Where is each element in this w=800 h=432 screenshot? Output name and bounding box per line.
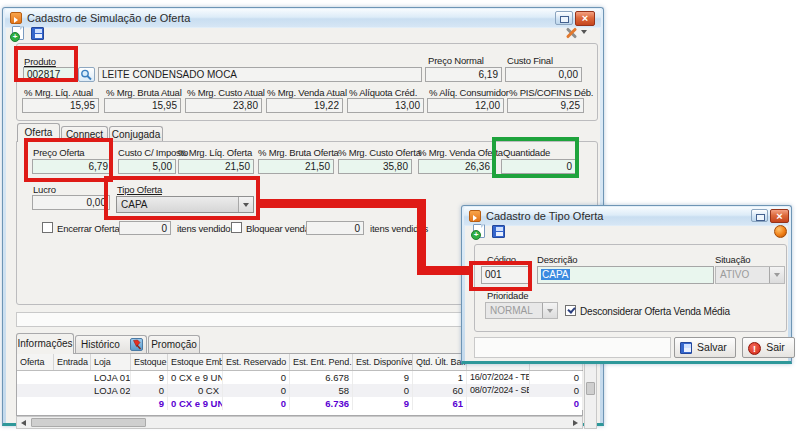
custo-imposto-field[interactable]: 5,00 <box>118 159 176 174</box>
bloquear-checkbox[interactable] <box>231 222 242 233</box>
total-estoque-emb: 0 CX e 9 UN <box>168 397 223 410</box>
total-est-reservado: 0 <box>223 397 290 410</box>
cell-qtd-ult-bal: 1 <box>413 371 467 384</box>
tab-historico[interactable]: Histórico <box>75 335 147 354</box>
situacao-label: Situação <box>715 254 750 265</box>
metric-field: 13,00 <box>347 98 424 113</box>
salvar-button[interactable]: Salvar <box>674 337 736 358</box>
tools-icon[interactable] <box>563 26 580 41</box>
metric-field: 15,95 <box>104 98 181 113</box>
table-header-est-ent-pend[interactable]: Est. Ent. Pend. <box>290 354 353 370</box>
tab-oferta[interactable]: Oferta <box>17 123 60 142</box>
metric-label: % Alíquota Créd. <box>349 87 417 98</box>
minimize-button[interactable] <box>555 11 573 25</box>
horizontal-scroll-thumb[interactable] <box>31 418 146 427</box>
produto-name-field[interactable]: LEITE CONDENSADO MOCA <box>98 67 422 82</box>
sair-button[interactable]: ! Sair <box>742 337 795 358</box>
vertical-scroll-thumb[interactable] <box>586 382 595 395</box>
mrg-bruta-oferta-field[interactable]: 21,50 <box>258 159 334 174</box>
horizontal-scrollbar[interactable] <box>16 416 583 429</box>
table-header-entrada[interactable]: Entrada <box>54 354 91 370</box>
mrg-venda-oferta-field[interactable]: 26,36 <box>418 159 494 174</box>
produto-label[interactable]: Produto <box>24 56 56 67</box>
desconsiderar-checkbox[interactable] <box>565 305 576 316</box>
produto-code-field[interactable]: 002817 <box>23 67 75 82</box>
tipo-titlebar[interactable]: Cadastro de Tipo Oferta <box>464 207 789 225</box>
descricao-field[interactable]: CAPA <box>537 266 714 284</box>
metric-label: % Mrg. Custo Atual <box>187 87 265 98</box>
total-est-disponivel: 9 <box>353 397 413 410</box>
cell-loja: LOJA 01 <box>91 371 131 384</box>
help-ball-icon[interactable] <box>774 225 787 238</box>
combo-arrow-button <box>542 303 557 318</box>
situacao-value: ATIVO <box>720 269 749 280</box>
close-button[interactable]: × <box>770 209 789 223</box>
tab-promocao[interactable]: Promoção <box>148 335 200 354</box>
situacao-combobox[interactable]: ATIVO <box>715 266 785 284</box>
preco-oferta-field[interactable]: 6,79 <box>32 159 112 174</box>
table-header-loja[interactable]: Loja <box>91 354 131 370</box>
save-icon <box>680 342 692 354</box>
table-row[interactable]: LOJA 01 9 0 CX e 9 UN 0 6.678 9 1 16/07/… <box>17 371 582 384</box>
cell-est-disponivel: 0 <box>353 384 413 397</box>
save-icon[interactable] <box>31 27 44 40</box>
prioridade-combobox[interactable]: NORMAL <box>485 302 558 319</box>
cell-estoque-emb: 0 CX e 9 UN <box>168 371 223 384</box>
cell-est-reservado: 0 <box>223 384 290 397</box>
new-record-icon[interactable] <box>12 26 24 40</box>
bloquear-suffix: itens vendidos <box>370 223 428 234</box>
total-qtd-ult-bal: 61 <box>413 397 467 410</box>
salvar-label: Salvar <box>697 341 727 353</box>
encerrar-suffix: itens vendidos <box>177 223 235 234</box>
tab-conjugada[interactable]: Conjugada <box>109 126 163 142</box>
tipo-oferta-value: CAPA <box>121 199 148 210</box>
metric-field: 12,00 <box>427 98 504 113</box>
product-search-button[interactable] <box>78 67 95 82</box>
tipo-oferta-label[interactable]: Tipo Oferta <box>117 184 162 195</box>
oferta-field-label: % Mrg. Líq. Oferta <box>178 147 252 158</box>
custo-final-field: 0,00 <box>505 67 582 82</box>
total-estoque: 9 <box>131 397 168 410</box>
codigo-field[interactable]: 001 <box>481 266 529 284</box>
quantidade-field[interactable]: 0 <box>501 159 576 174</box>
combo-arrow-button[interactable] <box>238 197 253 212</box>
cell-est-ent-pend: 6.678 <box>290 371 353 384</box>
mrg-liq-oferta-field[interactable]: 21,50 <box>178 159 254 174</box>
chevron-down-icon <box>243 203 249 207</box>
chevron-down-icon <box>774 273 780 277</box>
table-header-estoque[interactable]: Estoque <box>131 354 168 370</box>
tab-informacoes[interactable]: Informações <box>16 333 74 354</box>
magnifier-icon <box>80 69 93 81</box>
cell-qtd-ult-bal: 60 <box>413 384 467 397</box>
new-record-icon[interactable] <box>473 224 485 238</box>
metric-label: % Mrg. Venda Atual <box>267 87 347 98</box>
cell-loja: LOJA 02 <box>91 384 131 397</box>
lucro-label: Lucro <box>33 184 56 195</box>
metric-field: 15,95 <box>22 98 99 113</box>
bloquear-qty-field: 0 <box>306 221 364 235</box>
vertical-scrollbar[interactable] <box>584 353 597 429</box>
chevron-down-icon <box>547 309 553 313</box>
total-est-ent-pend: 6.736 <box>290 397 353 410</box>
scroll-right-arrow-icon[interactable] <box>573 420 578 426</box>
table-header-oferta[interactable]: Oferta <box>17 354 54 370</box>
tools-dropdown-caret[interactable] <box>581 30 587 34</box>
save-icon[interactable] <box>492 225 505 238</box>
close-button[interactable]: × <box>575 11 595 26</box>
codigo-label: Código <box>487 254 516 265</box>
scroll-left-arrow-icon[interactable] <box>21 420 26 426</box>
table-header-est-reservado[interactable]: Est. Reservado <box>223 354 290 370</box>
minimize-button[interactable] <box>751 209 768 222</box>
cell-est-reservado: 0 <box>223 371 290 384</box>
tipo-oferta-combobox[interactable]: CAPA <box>116 196 254 213</box>
table-header-est-disponivel[interactable]: Est. Disponível <box>353 354 413 370</box>
tab-connect[interactable]: Connect <box>61 126 108 142</box>
encerrar-checkbox[interactable] <box>42 222 53 233</box>
main-titlebar[interactable]: Cadastro de Simulação de Oferta <box>5 9 601 27</box>
app-icon <box>469 210 481 222</box>
mrg-custo-oferta-field[interactable]: 35,80 <box>338 159 412 174</box>
table-row[interactable]: LOJA 02 0 0 CX 0 58 0 60 08/07/2024 - SE… <box>17 384 582 397</box>
table-header-estoque-emb[interactable]: Estoque Emb. <box>168 354 223 370</box>
table-header-qtd-ult-bal[interactable]: Qtd. Últ. Bal. <box>413 354 467 370</box>
main-window-title: Cadastro de Simulação de Oferta <box>27 12 190 24</box>
